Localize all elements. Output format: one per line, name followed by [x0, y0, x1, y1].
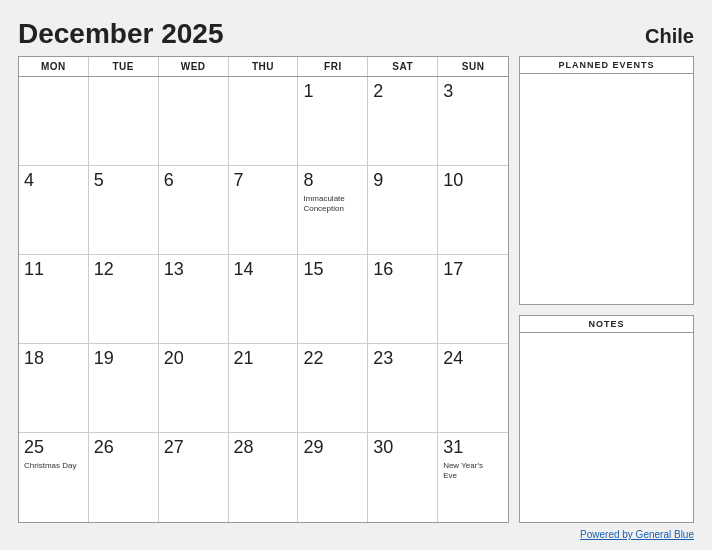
planned-events-box: PLANNED EVENTS	[519, 56, 694, 305]
table-row: 1	[298, 77, 368, 166]
day-number: 6	[164, 170, 174, 192]
notes-content	[520, 333, 693, 522]
day-number: 27	[164, 437, 184, 459]
table-row	[229, 77, 299, 166]
table-row: 14	[229, 255, 299, 344]
table-row: 29	[298, 433, 368, 522]
notes-title: NOTES	[520, 316, 693, 333]
table-row: 5	[89, 166, 159, 255]
table-row: 26	[89, 433, 159, 522]
day-number: 23	[373, 348, 393, 370]
day-number: 13	[164, 259, 184, 281]
day-number: 12	[94, 259, 114, 281]
day-number: 7	[234, 170, 244, 192]
event-new-years-eve: New Year'sEve	[443, 461, 483, 482]
event-christmas: Christmas Day	[24, 461, 76, 471]
table-row: 17	[438, 255, 508, 344]
day-header-fri: FRI	[298, 57, 368, 76]
notes-box: NOTES	[519, 315, 694, 523]
day-number: 9	[373, 170, 383, 192]
planned-events-title: PLANNED EVENTS	[520, 57, 693, 74]
table-row: 18	[19, 344, 89, 433]
day-header-tue: TUE	[89, 57, 159, 76]
day-header-mon: MON	[19, 57, 89, 76]
table-row: 9	[368, 166, 438, 255]
day-number: 11	[24, 259, 44, 281]
table-row: 15	[298, 255, 368, 344]
day-number: 21	[234, 348, 254, 370]
day-number: 3	[443, 81, 453, 103]
table-row: 22	[298, 344, 368, 433]
table-row: 28	[229, 433, 299, 522]
day-header-sun: SUN	[438, 57, 508, 76]
table-row: 11	[19, 255, 89, 344]
day-number: 14	[234, 259, 254, 281]
day-number: 8	[303, 170, 313, 192]
sidebar: PLANNED EVENTS NOTES	[519, 56, 694, 523]
table-row: 19	[89, 344, 159, 433]
calendar-header-row: MON TUE WED THU FRI SAT SUN	[19, 57, 508, 77]
table-row: 21	[229, 344, 299, 433]
table-row: 2	[368, 77, 438, 166]
table-row	[19, 77, 89, 166]
table-row: 23	[368, 344, 438, 433]
table-row: 10	[438, 166, 508, 255]
table-row: 20	[159, 344, 229, 433]
table-row: 12	[89, 255, 159, 344]
table-row: 16	[368, 255, 438, 344]
footer: Powered by General Blue	[18, 529, 694, 540]
main-area: MON TUE WED THU FRI SAT SUN 1 2	[18, 56, 694, 523]
day-number: 5	[94, 170, 104, 192]
country-label: Chile	[645, 25, 694, 48]
day-number: 10	[443, 170, 463, 192]
table-row: 6	[159, 166, 229, 255]
day-number: 22	[303, 348, 323, 370]
day-header-sat: SAT	[368, 57, 438, 76]
calendar-body: 1 2 3 4 5 6 7	[19, 77, 508, 522]
table-row: 13	[159, 255, 229, 344]
table-row: 4	[19, 166, 89, 255]
table-row: 25 Christmas Day	[19, 433, 89, 522]
table-row: 8 ImmaculateConception	[298, 166, 368, 255]
calendar: MON TUE WED THU FRI SAT SUN 1 2	[18, 56, 509, 523]
day-number: 28	[234, 437, 254, 459]
table-row: 30	[368, 433, 438, 522]
day-number: 31	[443, 437, 463, 459]
day-number: 19	[94, 348, 114, 370]
table-row	[89, 77, 159, 166]
day-number: 17	[443, 259, 463, 281]
page: December 2025 Chile MON TUE WED THU FRI …	[0, 0, 712, 550]
table-row: 3	[438, 77, 508, 166]
event-immaculate-conception: ImmaculateConception	[303, 194, 344, 215]
planned-events-content	[520, 74, 693, 304]
powered-by-link[interactable]: Powered by General Blue	[580, 529, 694, 540]
day-number: 1	[303, 81, 313, 103]
day-number: 29	[303, 437, 323, 459]
table-row: 27	[159, 433, 229, 522]
day-number: 26	[94, 437, 114, 459]
table-row: 7	[229, 166, 299, 255]
day-header-thu: THU	[229, 57, 299, 76]
page-title: December 2025	[18, 18, 223, 50]
header: December 2025 Chile	[18, 18, 694, 50]
table-row: 31 New Year'sEve	[438, 433, 508, 522]
table-row: 24	[438, 344, 508, 433]
day-number: 25	[24, 437, 44, 459]
day-number: 18	[24, 348, 44, 370]
day-number: 4	[24, 170, 34, 192]
day-number: 30	[373, 437, 393, 459]
day-number: 15	[303, 259, 323, 281]
day-number: 24	[443, 348, 463, 370]
day-number: 2	[373, 81, 383, 103]
day-number: 20	[164, 348, 184, 370]
day-header-wed: WED	[159, 57, 229, 76]
day-number: 16	[373, 259, 393, 281]
table-row	[159, 77, 229, 166]
